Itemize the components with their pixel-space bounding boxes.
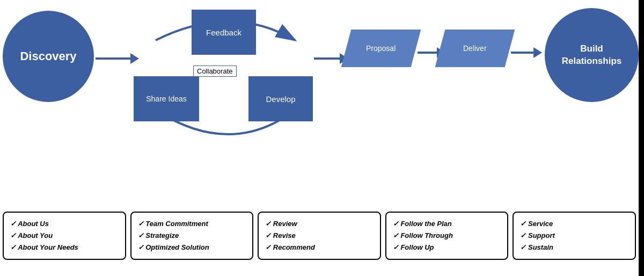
checklist-row: ✓ About Us ✓ About You ✓ About Your Need…	[0, 212, 639, 260]
proposal-shape: Proposal	[341, 30, 421, 67]
build-relationships-circle: BuildRelationships	[545, 8, 639, 102]
deliver-label: Deliver	[463, 44, 487, 53]
main-area: Discovery Feedback	[0, 0, 639, 276]
checklist-build: ✓ Service ✓ Support ✓ Sustain	[513, 212, 636, 260]
build-relationships-label: BuildRelationships	[562, 43, 621, 67]
collaborate-label: Collaborate	[193, 66, 237, 77]
arrow-deliver-to-build	[511, 47, 542, 58]
checklist-deliver: ✓ Follow the Plan ✓ Follow Through ✓ Fol…	[385, 212, 509, 260]
checklist-deliver-items: ✓ Follow the Plan ✓ Follow Through ✓ Fol…	[393, 218, 501, 253]
checklist-discovery: ✓ About Us ✓ About You ✓ About Your Need…	[3, 212, 126, 260]
feedback-label: Feedback	[206, 28, 241, 37]
develop-label: Develop	[266, 95, 295, 104]
develop-box: Develop	[248, 76, 313, 121]
flow-diagram: Discovery Feedback	[0, 0, 639, 161]
proposal-label: Proposal	[366, 44, 396, 53]
checklist-build-items: ✓ Service ✓ Support ✓ Sustain	[520, 218, 628, 253]
checklist-discovery-items: ✓ About Us ✓ About You ✓ About Your Need…	[10, 218, 119, 253]
discovery-label: Discovery	[20, 49, 76, 63]
feedback-box: Feedback	[192, 10, 256, 55]
deliver-shape: Deliver	[435, 30, 515, 67]
checklist-collaborate-items: ✓ Team Commitment ✓ Strategize ✓ Optimiz…	[138, 218, 246, 253]
share-ideas-label: Share Ideas	[146, 95, 187, 103]
checklist-proposal-items: ✓ Review ✓ Revise ✓ Recommend	[265, 218, 374, 253]
discovery-circle: Discovery	[3, 11, 94, 102]
checklist-collaborate: ✓ Team Commitment ✓ Strategize ✓ Optimiz…	[130, 212, 254, 260]
checklist-proposal: ✓ Review ✓ Revise ✓ Recommend	[258, 212, 381, 260]
share-ideas-box: Share Ideas	[134, 76, 199, 121]
